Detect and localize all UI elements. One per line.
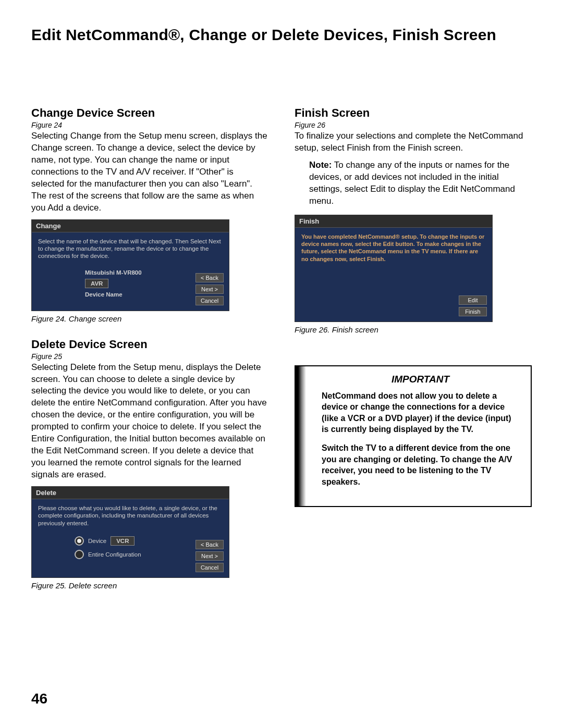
win-title-finish: Finish — [295, 215, 492, 228]
figref-24: Figure 24 — [31, 121, 268, 129]
back-button[interactable]: < Back — [195, 540, 224, 549]
win-title-change: Change — [32, 220, 229, 232]
radio-device[interactable] — [75, 536, 84, 546]
screenshot-change: Change Select the name of the device tha… — [31, 219, 229, 311]
heading-change-device: Change Device Screen — [31, 106, 268, 120]
page-number: 46 — [31, 690, 47, 707]
note-block: Note: To change any of the inputs or nam… — [295, 159, 532, 207]
col-right: Finish Screen Figure 26 To finalize your… — [295, 106, 532, 604]
win-title-delete: Delete — [32, 487, 229, 499]
cancel-button[interactable]: Cancel — [195, 563, 224, 572]
next-button[interactable]: Next > — [195, 285, 224, 294]
screenshot-finish: Finish You have completed NetCommand® se… — [295, 215, 493, 322]
caption-fig25: Figure 25. Delete screen — [31, 581, 268, 590]
label-device: Device — [88, 538, 106, 544]
heading-delete-device: Delete Device Screen — [31, 338, 268, 351]
heading-finish: Finish Screen — [295, 106, 532, 120]
figref-25: Figure 25 — [31, 352, 268, 361]
screenshot-delete: Delete Please choose what you would like… — [31, 486, 229, 578]
note-text: To change any of the inputs or names for… — [309, 160, 515, 206]
cancel-button[interactable]: Cancel — [195, 296, 224, 305]
figref-26: Figure 26 — [295, 121, 532, 129]
important-p2: Switch the TV to a different device from… — [322, 442, 519, 487]
note-label: Note: — [309, 160, 332, 170]
win-desc-finish: You have completed NetCommand® setup. To… — [301, 233, 486, 263]
field-vcr[interactable]: VCR — [111, 536, 134, 546]
text-delete-body: Selecting Delete from the Setup menu, di… — [31, 362, 268, 481]
finish-button[interactable]: Finish — [459, 307, 487, 316]
win-desc-change: Select the name of the device that will … — [38, 238, 223, 260]
field-avr[interactable]: AVR — [85, 279, 108, 288]
important-p1: NetCommand does not allow you to delete … — [322, 390, 519, 435]
caption-fig24: Figure 24. Change screen — [31, 314, 268, 323]
win-desc-delete: Please choose what you would like to del… — [38, 504, 223, 527]
col-left: Change Device Screen Figure 24 Selecting… — [31, 106, 268, 604]
text-change-body: Selecting Change from the Setup menu scr… — [31, 130, 268, 214]
caption-fig26: Figure 26. Finish screen — [295, 325, 532, 334]
edit-button[interactable]: Edit — [459, 295, 487, 305]
page-title: Edit NetCommand®, Change or Delete Devic… — [31, 26, 532, 44]
label-entire-config: Entire Configuration — [88, 551, 141, 558]
back-button[interactable]: < Back — [195, 273, 224, 282]
text-finish-body: To finalize your selections and complete… — [295, 130, 532, 154]
important-box: IMPORTANT NetCommand does not allow you … — [295, 365, 532, 508]
radio-entire-config[interactable] — [75, 550, 84, 559]
next-button[interactable]: Next > — [195, 551, 224, 561]
important-title: IMPORTANT — [322, 374, 519, 385]
